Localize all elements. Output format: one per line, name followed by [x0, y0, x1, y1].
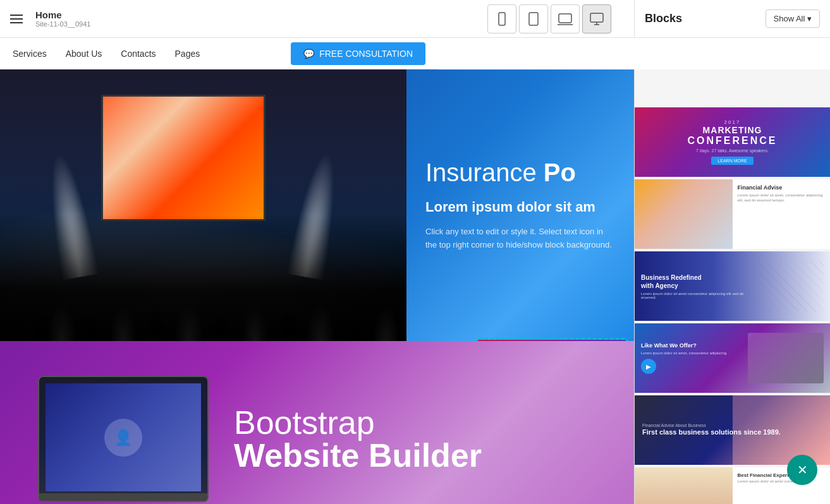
block-fin-image	[635, 179, 733, 249]
block-offer-image	[748, 333, 824, 383]
hero-concert-bg	[0, 69, 411, 341]
hero-subtitle: Lorem ipsum dolor sit am	[425, 199, 615, 215]
purple-text-block: Bootstrap Website Builder	[234, 406, 482, 472]
person-icon: 👤	[104, 419, 142, 457]
hero-blue-panel: Insurance Po Lorem ipsum dolor sit am Cl…	[406, 69, 634, 341]
free-consultation-btn[interactable]: 💬 FREE CONSULTATION	[291, 42, 425, 65]
block-fc-text: Financial Advise About Business First cl…	[642, 423, 781, 436]
drag-preview-inner: 2017 MARKETING CONFERENCE 7 days. 27 tal…	[478, 340, 626, 341]
block-conference[interactable]: 2017 MARKETING CONFERENCE 7 days. 27 tal…	[635, 107, 830, 177]
blocks-panel-title: Blocks	[645, 12, 758, 25]
svg-rect-6	[590, 13, 603, 22]
chat-icon: 💬	[303, 49, 314, 59]
top-bar: Home Site-11-03__0941	[0, 0, 634, 38]
nav-services[interactable]: Services	[13, 49, 47, 59]
canvas-area: Insurance Po Lorem ipsum dolor sit am Cl…	[0, 69, 634, 504]
block-financial[interactable]: Financial Advise Lorem ipsum dolor sit a…	[635, 179, 830, 249]
laptop-image: 👤	[38, 376, 209, 502]
block-biz-image	[753, 261, 824, 311]
nav-pages[interactable]: Pages	[175, 49, 200, 59]
mobile-device-btn[interactable]	[487, 4, 516, 33]
play-icon[interactable]: ▶	[641, 359, 656, 374]
main-layout: Insurance Po Lorem ipsum dolor sit am Cl…	[0, 69, 830, 504]
tablet-device-btn[interactable]	[519, 4, 548, 33]
drag-preview-card: 2017 MARKETING CONFERENCE 7 days. 27 tal…	[476, 338, 628, 341]
blocks-panel: 2017 MARKETING CONFERENCE 7 days. 27 tal…	[634, 69, 830, 504]
nav-contacts[interactable]: Contacts	[121, 49, 156, 59]
home-info: Home Site-11-03__0941	[35, 9, 90, 28]
hamburger-icon[interactable]	[10, 15, 23, 23]
block-exp-image	[635, 467, 733, 504]
purple-heading: Bootstrap Website Builder	[234, 406, 482, 472]
hero-title: Insurance Po	[425, 159, 615, 186]
block-business[interactable]: Business Redefined with Agency Lorem ips…	[635, 251, 830, 321]
svg-rect-2	[529, 13, 538, 25]
concert-screen	[101, 95, 265, 221]
laptop-device-btn[interactable]	[551, 4, 580, 33]
nav-about[interactable]: About Us	[66, 49, 102, 59]
hero-body: Click any text to edit or style it. Sele…	[425, 225, 615, 252]
block-offer-text: Like What We Offer? Lorem ipsum dolor si…	[641, 342, 748, 375]
crowd-silhouette	[0, 215, 411, 341]
laptop-screen: 👤	[46, 383, 201, 491]
svg-rect-4	[559, 14, 571, 23]
close-button[interactable]: ✕	[787, 455, 817, 485]
blocks-scroll[interactable]: 2017 MARKETING CONFERENCE 7 days. 27 tal…	[635, 107, 830, 504]
nav-bar: Services About Us Contacts Pages 💬 FREE …	[0, 38, 438, 69]
hero-section: Insurance Po Lorem ipsum dolor sit am Cl…	[0, 69, 634, 341]
blocks-panel-header: Blocks Show All ▾	[634, 0, 830, 38]
site-id: Site-11-03__0941	[35, 20, 90, 28]
home-title: Home	[35, 9, 90, 20]
desktop-device-btn[interactable]	[582, 4, 611, 33]
show-all-button[interactable]: Show All ▾	[766, 9, 820, 28]
block-offer[interactable]: Like What We Offer? Lorem ipsum dolor si…	[635, 323, 830, 393]
block-conf-btn[interactable]: LEARN MORE	[711, 157, 753, 165]
svg-rect-0	[499, 13, 505, 25]
block-biz-text: Business Redefined with Agency Lorem ips…	[641, 273, 753, 299]
purple-section: 👤 Bootstrap Website Builder	[0, 341, 634, 504]
block-fin-text: Financial Advise Lorem ipsum dolor sit a…	[733, 179, 831, 249]
device-icons	[487, 4, 611, 33]
